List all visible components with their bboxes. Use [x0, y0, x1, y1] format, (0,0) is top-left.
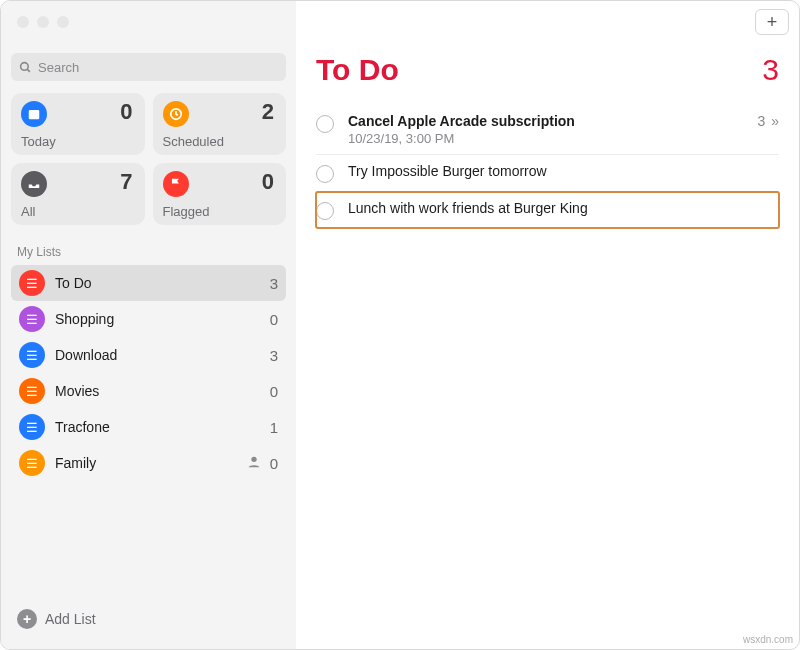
search-icon [19, 61, 32, 74]
reminder-title: Cancel Apple Arcade subscription [348, 113, 757, 129]
smart-scheduled-label: Scheduled [163, 134, 224, 149]
list-count-label: 0 [270, 383, 278, 400]
list-row[interactable]: ☰Movies0 [11, 373, 286, 409]
reminder-items: Cancel Apple Arcade subscription10/23/19… [316, 105, 779, 228]
smart-scheduled[interactable]: 2 Scheduled [153, 93, 287, 155]
list-name-label: Movies [55, 383, 99, 399]
clock-icon [163, 101, 189, 127]
svg-point-0 [21, 62, 29, 70]
list-bullet-icon: ☰ [19, 342, 45, 368]
list-title: To Do [316, 53, 399, 87]
chevron-right-icon: » [771, 113, 779, 129]
list-bullet-icon: ☰ [19, 450, 45, 476]
list-row[interactable]: ☰Family0 [11, 445, 286, 481]
list-bullet-icon: ☰ [19, 378, 45, 404]
search-input[interactable]: Search [11, 53, 286, 81]
list-row[interactable]: ☰To Do3 [11, 265, 286, 301]
list-count-label: 3 [270, 347, 278, 364]
list-header: To Do 3 [316, 53, 779, 87]
zoom-dot[interactable] [57, 16, 69, 28]
reminder-title: Try Impossible Burger tomorrow [348, 163, 779, 179]
list-bullet-icon: ☰ [19, 306, 45, 332]
calendar-icon [21, 101, 47, 127]
list-count: 3 [762, 53, 779, 87]
flag-icon [163, 171, 189, 197]
list-count-label: 0 [270, 455, 278, 472]
complete-checkbox[interactable] [316, 115, 334, 133]
list-row[interactable]: ☰Shopping0 [11, 301, 286, 337]
subtask-count: 3 [757, 113, 765, 129]
reminder-item[interactable]: Cancel Apple Arcade subscription10/23/19… [316, 105, 779, 155]
list-row[interactable]: ☰Download3 [11, 337, 286, 373]
list-bullet-icon: ☰ [19, 270, 45, 296]
sidebar: Search 0 Today 2 Scheduled [1, 1, 296, 649]
close-dot[interactable] [17, 16, 29, 28]
smart-lists: 0 Today 2 Scheduled 7 All [11, 93, 286, 225]
reminder-subtitle: 10/23/19, 3:00 PM [348, 131, 757, 146]
smart-flagged-count: 0 [262, 169, 274, 195]
reminder-item[interactable]: Try Impossible Burger tomorrow [316, 155, 779, 192]
shared-icon [246, 454, 262, 473]
smart-all-label: All [21, 204, 35, 219]
add-list-button[interactable]: + Add List [11, 599, 286, 639]
svg-line-1 [27, 69, 30, 72]
smart-flagged-label: Flagged [163, 204, 210, 219]
search-placeholder: Search [38, 60, 79, 75]
list-row[interactable]: ☰Tracfone1 [11, 409, 286, 445]
complete-checkbox[interactable] [316, 165, 334, 183]
smart-today[interactable]: 0 Today [11, 93, 145, 155]
my-lists-header: My Lists [17, 245, 280, 259]
minimize-dot[interactable] [37, 16, 49, 28]
reminder-meta: 3» [757, 113, 779, 129]
smart-today-count: 0 [120, 99, 132, 125]
complete-checkbox[interactable] [316, 202, 334, 220]
list-name-label: Tracfone [55, 419, 110, 435]
smart-today-label: Today [21, 134, 56, 149]
svg-point-4 [251, 456, 256, 461]
user-lists: ☰To Do3☰Shopping0☰Download3☰Movies0☰Trac… [11, 265, 286, 481]
reminder-title: Lunch with work friends at Burger King [348, 200, 779, 216]
list-count-label: 3 [270, 275, 278, 292]
smart-scheduled-count: 2 [262, 99, 274, 125]
plus-circle-icon: + [17, 609, 37, 629]
add-list-label: Add List [45, 611, 96, 627]
list-count-label: 0 [270, 311, 278, 328]
main-content: To Do 3 Cancel Apple Arcade subscription… [296, 1, 799, 649]
list-name-label: Download [55, 347, 117, 363]
list-name-label: Family [55, 455, 96, 471]
svg-rect-2 [29, 110, 40, 119]
list-name-label: Shopping [55, 311, 114, 327]
smart-flagged[interactable]: 0 Flagged [153, 163, 287, 225]
window-controls [17, 16, 69, 28]
watermark: wsxdn.com [743, 634, 793, 645]
reminder-item[interactable]: Lunch with work friends at Burger King [316, 192, 779, 228]
app-window: + Search 0 Today 2 Scheduled [0, 0, 800, 650]
list-count-label: 1 [270, 419, 278, 436]
smart-all-count: 7 [120, 169, 132, 195]
smart-all[interactable]: 7 All [11, 163, 145, 225]
tray-icon [21, 171, 47, 197]
list-name-label: To Do [55, 275, 92, 291]
list-bullet-icon: ☰ [19, 414, 45, 440]
